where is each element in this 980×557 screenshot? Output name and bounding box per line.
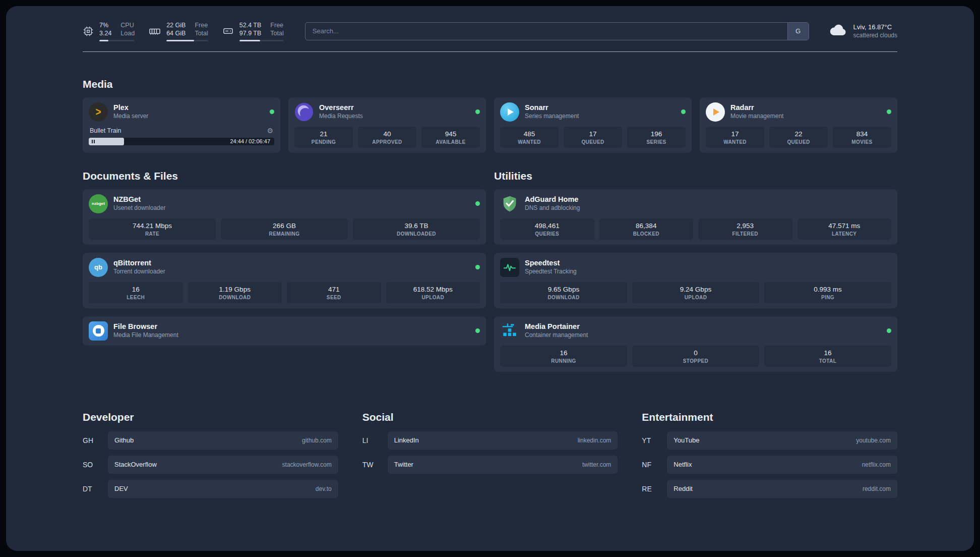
bookmark-github[interactable]: Github github.com [108, 431, 338, 450]
radarr-icon [706, 102, 725, 122]
service-desc: Series management [525, 113, 579, 121]
section-title-utilities: Utilities [494, 170, 897, 182]
stat-series: 196 SERIES [627, 127, 686, 148]
memory-free-label: Free [195, 21, 208, 29]
bookmark-netflix[interactable]: Netflix netflix.com [667, 456, 897, 474]
service-card-adguard[interactable]: AdGuard Home DNS and adblocking 498,461 … [494, 189, 897, 245]
stat-rate: 744.21 Mbps RATE [89, 218, 216, 240]
section-title-documents: Documents & Files [83, 170, 486, 182]
service-name: File Browser [113, 322, 178, 331]
stat-upload: 618.52 Mbps UPLOAD [386, 282, 480, 303]
memory-icon [149, 25, 161, 37]
service-name: Overseerr [319, 103, 363, 113]
section-title-developer: Developer [83, 411, 338, 423]
stat-blocked: 86,384 BLOCKED [599, 218, 694, 240]
pause-icon[interactable] [92, 140, 95, 143]
bookmark-row: GH Github github.com [83, 431, 338, 450]
service-card-overseerr[interactable]: Overseerr Media Requests 21 PENDING 40 A… [288, 97, 486, 153]
service-card-portainer[interactable]: Media Portainer Container management 16 … [494, 316, 897, 372]
status-dot [475, 328, 480, 333]
topbar-divider [83, 51, 897, 52]
bookmark-group-developer: Developer GH Github github.com SO StackO… [83, 411, 338, 504]
nzbget-icon: nzbget [89, 194, 108, 213]
service-card-qbittorrent[interactable]: qb qBittorrent Torrent downloader 16 LEE… [83, 253, 486, 308]
service-name: Plex [113, 103, 148, 113]
overseerr-icon [294, 102, 314, 122]
service-card-nzbget[interactable]: nzbget NZBGet Usenet downloader 744.21 M… [83, 189, 486, 245]
service-card-speedtest[interactable]: Speedtest Speedtest Tracking 9.65 Gbps D… [494, 253, 897, 308]
service-card-radarr[interactable]: Radarr Movie management 17 WANTED 22 QUE… [700, 97, 897, 153]
bookmark-row: DT DEV dev.to [83, 480, 338, 498]
stat-available: 945 AVAILABLE [421, 127, 480, 148]
service-desc: Speedtest Tracking [525, 268, 577, 276]
disk-total-label: Total [270, 29, 283, 37]
bookmark-youtube[interactable]: YouTube youtube.com [667, 431, 897, 450]
service-desc: Media server [113, 113, 148, 121]
bookmark-abbr: DT [83, 485, 108, 493]
cpu-widget: 7% 3.24 CPU Load [83, 21, 135, 41]
service-name: Speedtest [525, 258, 577, 268]
cpu-load-value: 3.24 [99, 29, 111, 37]
plex-now-playing-widget: Bullet Train ⚙ 24:44 / 02:06:47 [89, 126, 274, 145]
status-dot [887, 328, 891, 333]
bookmark-row: RE Reddit reddit.com [642, 480, 897, 498]
bookmark-row: LI LinkedIn linkedin.com [362, 431, 618, 450]
stat-pending: 21 PENDING [294, 127, 353, 148]
gear-icon[interactable]: ⚙ [267, 127, 273, 135]
memory-progress-fill [166, 40, 194, 41]
section-title-entertainment: Entertainment [642, 411, 897, 423]
service-card-filebrowser[interactable]: File Browser Media File Management [83, 316, 486, 346]
status-dot [681, 109, 686, 114]
now-playing-title: Bullet Train [90, 127, 121, 134]
status-dot [475, 265, 480, 269]
service-card-plex[interactable]: > Plex Media server Bullet Train ⚙ [83, 97, 280, 153]
bookmark-abbr: SO [83, 461, 108, 469]
bookmark-row: SO StackOverflow stackoverflow.com [83, 456, 338, 474]
service-name: Sonarr [525, 103, 579, 113]
disk-progress-fill [239, 40, 260, 41]
bookmark-stackoverflow[interactable]: StackOverflow stackoverflow.com [108, 456, 338, 474]
status-dot [887, 109, 891, 114]
bookmark-abbr: GH [83, 436, 108, 444]
disk-free-value: 52.4 TB [239, 21, 262, 29]
section-title-media: Media [83, 78, 897, 90]
service-desc: Movie management [730, 113, 783, 121]
service-name: Radarr [730, 103, 783, 113]
stat-total: 16 TOTAL [764, 346, 891, 367]
bookmark-abbr: LI [362, 436, 388, 444]
speedtest-icon [500, 258, 519, 277]
memory-widget: 22 GiB 64 GiB Free Total [149, 21, 208, 41]
stat-download: 1.19 Gbps DOWNLOAD [188, 282, 282, 303]
stat-movies: 834 MOVIES [833, 127, 891, 148]
weather-location: Lviv, 16.87°C [853, 23, 897, 32]
cpu-progress-fill [99, 40, 108, 41]
adguard-shield-icon [500, 194, 519, 213]
stat-approved: 40 APPROVED [358, 127, 416, 148]
stat-latency: 47.571 ms LATENCY [798, 218, 892, 240]
playback-progress-fill [89, 138, 124, 145]
filebrowser-icon [89, 321, 108, 341]
bookmark-twitter[interactable]: Twitter twitter.com [388, 456, 618, 474]
bookmark-abbr: YT [642, 436, 667, 444]
stat-leech: 16 LEECH [89, 282, 183, 303]
stat-stopped: 0 STOPPED [632, 346, 759, 367]
search-input[interactable] [305, 23, 787, 40]
service-desc: Usenet downloader [113, 204, 165, 212]
stat-remaining: 266 GB REMAINING [221, 218, 348, 240]
disk-total-value: 97.9 TB [239, 29, 262, 37]
top-bar: 7% 3.24 CPU Load [83, 6, 897, 41]
bookmark-dev[interactable]: DEV dev.to [108, 480, 338, 498]
stat-running: 16 RUNNING [500, 346, 627, 367]
portainer-icon [500, 321, 519, 341]
section-media: Media > Plex Media server [83, 78, 897, 153]
stat-download: 9.65 Gbps DOWNLOAD [500, 282, 627, 303]
service-card-sonarr[interactable]: Sonarr Series management 485 WANTED 17 Q… [494, 97, 692, 153]
cloud-icon [829, 23, 847, 39]
playback-progress-bar[interactable]: 24:44 / 02:06:47 [89, 138, 274, 145]
search-engine-button[interactable]: G [787, 23, 809, 40]
bookmark-abbr: RE [642, 485, 667, 493]
status-dot [475, 201, 480, 206]
stat-wanted: 485 WANTED [500, 127, 559, 148]
bookmark-reddit[interactable]: Reddit reddit.com [667, 480, 897, 498]
bookmark-linkedin[interactable]: LinkedIn linkedin.com [388, 431, 618, 450]
